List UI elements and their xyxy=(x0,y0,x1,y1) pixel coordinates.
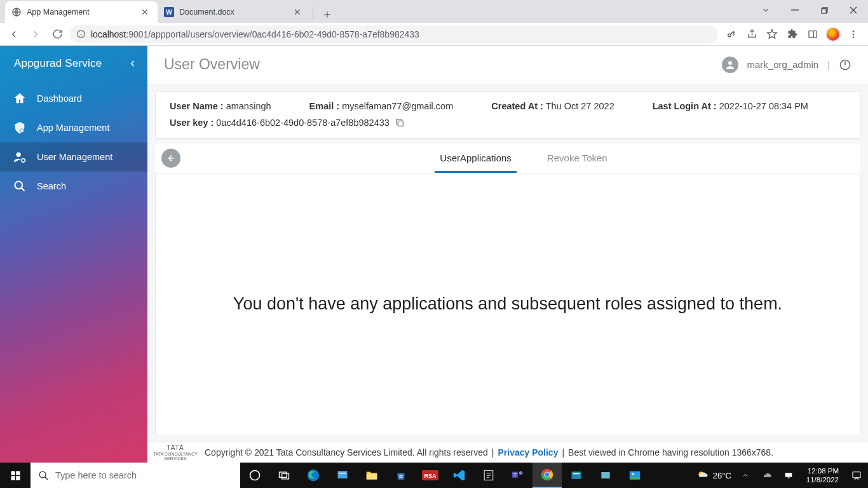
svg-rect-52 xyxy=(787,477,789,478)
svg-rect-45 xyxy=(572,471,581,479)
vscode-icon[interactable] xyxy=(445,463,474,488)
svg-point-8 xyxy=(853,30,855,32)
close-icon[interactable]: ✕ xyxy=(291,6,304,18)
notifications-icon[interactable] xyxy=(849,463,864,488)
header-right: mark_org_admin | xyxy=(722,57,851,73)
tab-title: Document.docx xyxy=(179,8,286,17)
reload-button[interactable] xyxy=(48,25,66,43)
back-button[interactable] xyxy=(161,149,180,168)
cortana-icon[interactable] xyxy=(240,463,269,488)
privacy-policy-link[interactable]: Privacy Policy xyxy=(498,447,558,458)
tray-expand-icon[interactable] xyxy=(738,463,753,488)
copy-key-button[interactable] xyxy=(395,118,405,128)
svg-point-9 xyxy=(853,33,855,35)
sidebar-item-search[interactable]: Search xyxy=(0,172,147,201)
back-button[interactable] xyxy=(5,25,23,43)
app3-icon[interactable] xyxy=(562,463,591,488)
new-tab-button[interactable]: ＋ xyxy=(318,5,336,23)
search-icon xyxy=(13,179,27,193)
sidepanel-icon[interactable] xyxy=(803,25,822,43)
sidebar-item-label: Search xyxy=(37,181,66,191)
user-info-card: User Name : amansingh Email : myselfaman… xyxy=(155,92,860,139)
svg-point-10 xyxy=(853,36,855,38)
caret-down-icon[interactable] xyxy=(751,0,780,20)
app-icon[interactable] xyxy=(328,463,357,488)
svg-point-13 xyxy=(22,159,25,163)
taskbar-search[interactable]: Type here to search xyxy=(31,463,240,488)
search-icon xyxy=(38,470,49,481)
start-button[interactable] xyxy=(0,463,31,488)
network-icon[interactable] xyxy=(781,463,796,488)
forward-button[interactable] xyxy=(27,25,44,43)
close-icon[interactable]: ✕ xyxy=(139,6,151,18)
sidebar-item-label: App Management xyxy=(37,123,109,133)
extensions-icon[interactable] xyxy=(783,25,802,43)
explorer-icon[interactable] xyxy=(357,463,386,488)
share-icon[interactable] xyxy=(742,25,761,43)
sidebar-item-label: Dashboard xyxy=(37,93,82,104)
svg-rect-32 xyxy=(400,477,401,478)
svg-rect-30 xyxy=(400,475,401,476)
minimize-button[interactable] xyxy=(780,0,810,20)
browser-tab-app-management[interactable]: App Management ✕ xyxy=(5,1,158,23)
teams-icon[interactable]: T xyxy=(503,463,532,488)
address-actions xyxy=(722,25,863,43)
url-text: localhost:9001/appportal/users/overview/… xyxy=(91,29,419,39)
windows-taskbar: Type here to search RSA T 26°C 12:08 PM … xyxy=(0,463,868,488)
search-placeholder: Type here to search xyxy=(55,470,137,480)
tab-revoke-token[interactable]: Revoke Token xyxy=(542,144,613,173)
content-tabs: UserApplications Revoke Token xyxy=(155,144,860,173)
svg-rect-18 xyxy=(11,471,15,475)
user-gear-icon xyxy=(13,150,27,164)
home-icon xyxy=(13,92,27,105)
svg-point-14 xyxy=(15,182,23,189)
user-avatar-icon[interactable] xyxy=(722,57,738,73)
svg-point-12 xyxy=(17,152,21,157)
bookmark-icon[interactable] xyxy=(763,25,782,43)
rsa-icon[interactable]: RSA xyxy=(416,463,445,488)
svg-point-11 xyxy=(20,129,24,133)
photos-icon[interactable] xyxy=(620,463,649,488)
svg-rect-53 xyxy=(853,472,860,478)
taskbar-clock[interactable]: 12:08 PM 11/8/2022 xyxy=(803,466,843,485)
sidebar-item-app-management[interactable]: App Management xyxy=(0,113,147,142)
svg-point-23 xyxy=(250,471,260,480)
browser-tab-document[interactable]: W Document.docx ✕ xyxy=(158,1,310,23)
profile-avatar[interactable] xyxy=(824,25,843,43)
svg-rect-3 xyxy=(791,10,799,11)
onedrive-icon[interactable] xyxy=(759,463,775,488)
taskview-icon[interactable] xyxy=(269,463,299,488)
svg-rect-28 xyxy=(339,473,346,474)
app4-icon[interactable] xyxy=(591,463,620,488)
store-icon[interactable] xyxy=(386,463,416,488)
omnibox[interactable]: localhost:9001/appportal/users/overview/… xyxy=(70,25,718,43)
site-info-icon[interactable] xyxy=(76,29,86,39)
weather-widget[interactable]: 26°C xyxy=(696,469,731,482)
user-created-field: Created At : Thu Oct 27 2022 xyxy=(491,101,614,111)
footer: TATA TATA CONSULTANCY SERVICES Copyright… xyxy=(147,442,868,463)
logout-button[interactable] xyxy=(839,58,851,71)
sidebar-item-dashboard[interactable]: Dashboard xyxy=(0,84,147,113)
separator: | xyxy=(562,447,564,458)
separator: | xyxy=(827,59,830,70)
edge-icon[interactable] xyxy=(299,463,328,488)
tab-strip: App Management ✕ W Document.docx ✕ ＋ xyxy=(0,0,868,23)
menu-icon[interactable] xyxy=(844,25,863,43)
app2-icon[interactable] xyxy=(474,463,503,488)
key-icon[interactable] xyxy=(722,25,741,43)
address-bar: localhost:9001/appportal/users/overview/… xyxy=(0,23,868,46)
svg-rect-19 xyxy=(16,471,20,475)
svg-rect-33 xyxy=(401,477,402,478)
maximize-button[interactable] xyxy=(810,0,839,20)
chrome-icon[interactable] xyxy=(532,463,562,488)
sidebar-item-label: User Management xyxy=(37,152,112,162)
svg-rect-24 xyxy=(280,472,287,477)
close-window-button[interactable] xyxy=(839,0,868,20)
collapse-sidebar-button[interactable] xyxy=(128,59,137,68)
svg-text:RSA: RSA xyxy=(424,473,437,479)
page-header: User Overview mark_org_admin | xyxy=(147,46,868,85)
tab-user-applications[interactable]: UserApplications xyxy=(435,144,517,173)
svg-text:T: T xyxy=(513,472,517,478)
sidebar-item-user-management[interactable]: User Management xyxy=(0,142,147,172)
svg-rect-29 xyxy=(367,474,377,479)
